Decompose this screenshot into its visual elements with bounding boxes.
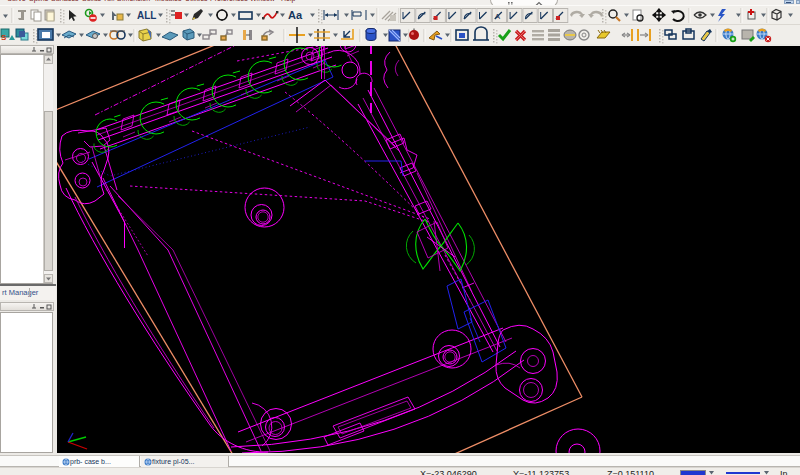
svg-text:ALL: ALL xyxy=(137,10,156,21)
svg-text:Aa: Aa xyxy=(288,9,303,21)
svg-text:S: S xyxy=(1,33,7,42)
svg-text:A: A xyxy=(495,12,501,21)
